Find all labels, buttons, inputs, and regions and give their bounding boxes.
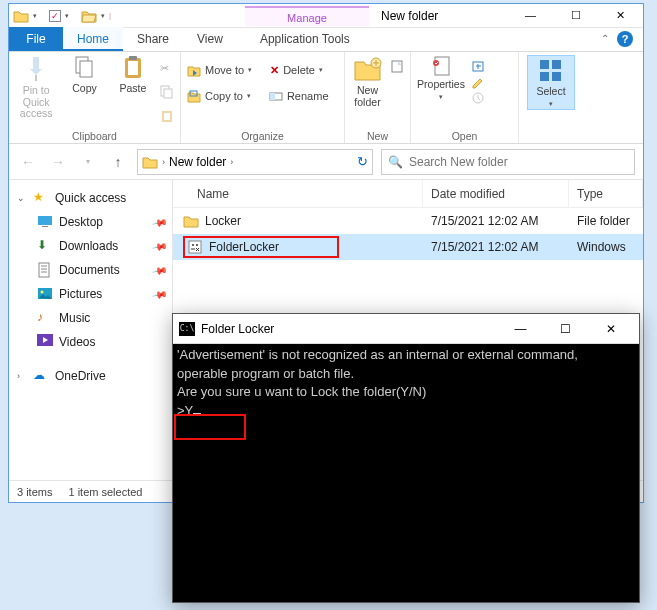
move-to-button[interactable]: Move to▾ — [187, 59, 252, 81]
sidebar-quick-access-label: Quick access — [55, 191, 126, 205]
tab-home[interactable]: Home — [63, 27, 123, 51]
column-date[interactable]: Date modified — [423, 180, 569, 207]
file-type: File folder — [569, 214, 643, 228]
paste-shortcut-button[interactable] — [160, 105, 174, 127]
tab-view[interactable]: View — [183, 27, 237, 51]
history-icon[interactable] — [471, 91, 485, 105]
sidebar-item-label: Downloads — [59, 239, 118, 253]
qat-checkbox-icon[interactable]: ✓ — [49, 10, 61, 22]
open-icon[interactable] — [471, 59, 485, 73]
sidebar-item-videos[interactable]: Videos — [9, 330, 172, 354]
new-group-label: New — [351, 128, 404, 142]
qat-folder-icon[interactable] — [13, 9, 29, 23]
paste-button[interactable]: Paste — [112, 55, 154, 95]
file-name: Locker — [205, 214, 241, 228]
edit-icon[interactable] — [471, 75, 485, 89]
copy-label: Copy — [72, 83, 97, 95]
file-row[interactable]: Locker 7/15/2021 12:02 AM File folder — [173, 208, 643, 234]
qat-checkbox-dropdown-icon[interactable]: ▾ — [65, 12, 69, 20]
svg-rect-3 — [80, 61, 92, 77]
chevron-right-icon[interactable]: › — [17, 371, 27, 381]
pin-icon: 📌 — [152, 262, 168, 278]
desktop-icon — [37, 214, 53, 230]
breadcrumb-root-chevron-icon[interactable]: › — [162, 157, 165, 167]
sidebar-item-downloads[interactable]: ⬇ Downloads 📌 — [9, 234, 172, 258]
up-button[interactable]: ↑ — [107, 151, 129, 173]
sidebar-item-desktop[interactable]: Desktop 📌 — [9, 210, 172, 234]
qat-open-dropdown-icon[interactable]: ▾ — [101, 12, 105, 20]
sidebar-item-documents[interactable]: Documents 📌 — [9, 258, 172, 282]
sidebar-item-pictures[interactable]: Pictures 📌 — [9, 282, 172, 306]
tab-application-tools[interactable]: Application Tools — [243, 27, 367, 51]
copy-path-button[interactable] — [160, 81, 174, 103]
highlight-box — [174, 414, 246, 440]
delete-icon: ✕ — [270, 64, 279, 77]
star-icon: ★ — [33, 190, 49, 206]
rename-button[interactable]: Rename — [269, 85, 329, 107]
select-label: Select — [536, 86, 565, 98]
minimize-button[interactable]: — — [508, 4, 553, 26]
tab-share[interactable]: Share — [123, 27, 183, 51]
copy-button[interactable]: Copy — [63, 55, 105, 95]
svg-rect-20 — [540, 60, 549, 69]
back-button[interactable]: ← — [17, 151, 39, 173]
console-close-button[interactable]: ✕ — [588, 315, 633, 343]
console-minimize-button[interactable]: — — [498, 315, 543, 343]
file-type: Windows — [569, 240, 643, 254]
console-maximize-button[interactable]: ☐ — [543, 315, 588, 343]
sidebar: ⌄ ★ Quick access Desktop 📌 ⬇ Downloads 📌… — [9, 180, 173, 480]
pin-to-quick-access-button[interactable]: Pin to Quick access — [15, 55, 57, 120]
downloads-icon: ⬇ — [37, 238, 53, 254]
cut-button[interactable]: ✂ — [160, 57, 174, 79]
console-title-bar[interactable]: C:\ Folder Locker — ☐ ✕ — [173, 314, 639, 344]
properties-dropdown-icon[interactable]: ▾ — [439, 93, 443, 101]
select-dropdown-icon[interactable]: ▾ — [549, 100, 553, 108]
refresh-button[interactable]: ↻ — [357, 154, 368, 169]
breadcrumb-chevron-icon[interactable]: › — [230, 157, 233, 167]
sidebar-item-label: Videos — [59, 335, 95, 349]
column-name[interactable]: Name — [173, 180, 423, 207]
move-to-label: Move to — [205, 64, 244, 76]
address-folder-icon — [142, 155, 158, 169]
sidebar-onedrive-label: OneDrive — [55, 369, 106, 383]
close-button[interactable]: ✕ — [598, 4, 643, 26]
console-icon: C:\ — [179, 322, 195, 336]
window-title: New folder — [381, 9, 438, 23]
properties-label: Properties — [417, 79, 465, 91]
help-icon[interactable]: ? — [617, 31, 633, 47]
address-bar[interactable]: › New folder › ↻ — [137, 149, 373, 175]
pictures-icon — [37, 286, 53, 302]
svg-rect-13 — [270, 93, 275, 100]
delete-button[interactable]: ✕ Delete▾ — [270, 59, 323, 81]
sidebar-quick-access[interactable]: ⌄ ★ Quick access — [9, 186, 172, 210]
svg-point-28 — [41, 291, 44, 294]
column-type[interactable]: Type — [569, 180, 643, 207]
chevron-down-icon[interactable]: ⌄ — [17, 193, 27, 203]
maximize-button[interactable]: ☐ — [553, 4, 598, 26]
pin-icon: 📌 — [152, 286, 168, 302]
forward-button[interactable]: → — [47, 151, 69, 173]
recent-locations-button[interactable]: ▾ — [77, 151, 99, 173]
sidebar-item-music[interactable]: ♪ Music — [9, 306, 172, 330]
properties-button[interactable]: Properties ▾ — [417, 55, 465, 100]
sidebar-onedrive[interactable]: › ☁ OneDrive — [9, 364, 172, 388]
tab-file[interactable]: File — [9, 27, 63, 51]
pin-label: Pin to Quick access — [15, 85, 57, 120]
search-box[interactable]: 🔍 — [381, 149, 635, 175]
console-body[interactable]: 'Advertisement' is not recognized as an … — [173, 344, 639, 602]
select-icon — [538, 58, 564, 84]
context-tab-label: Manage — [245, 6, 369, 26]
breadcrumb-folder[interactable]: New folder — [169, 155, 226, 169]
status-item-count: 3 items — [17, 486, 52, 498]
select-button[interactable]: Select ▾ — [527, 55, 575, 110]
copy-to-button[interactable]: Copy to▾ — [187, 85, 251, 107]
file-row-selected[interactable]: FolderLocker 7/15/2021 12:02 AM Windows — [173, 234, 643, 260]
new-folder-button[interactable]: New folder — [351, 55, 384, 108]
cloud-icon: ☁ — [33, 368, 49, 384]
qat-open-icon[interactable] — [81, 9, 97, 23]
new-item-icon[interactable] — [390, 59, 404, 73]
search-input[interactable] — [409, 155, 628, 169]
qat-folder-dropdown-icon[interactable]: ▾ — [33, 12, 37, 20]
console-text: 'Advertisement' is not recognized as an … — [177, 347, 578, 418]
ribbon-collapse-icon[interactable]: ⌃ — [601, 33, 609, 44]
